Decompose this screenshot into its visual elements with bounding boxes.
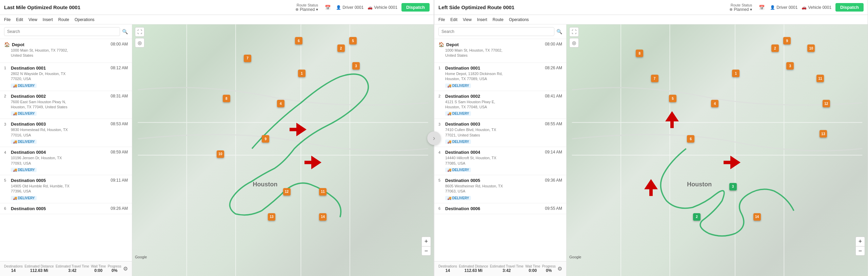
right-gear-btn[interactable]: ⚙ bbox=[557, 265, 562, 272]
left-stat-dist-label: Estimated Distance bbox=[24, 264, 54, 268]
left-vehicle-btn[interactable]: 🚗 Vehicle 0001 bbox=[368, 5, 397, 10]
left-stop-2[interactable]: 2 Destination 0002 08:31 AM 7600 East Sa… bbox=[0, 91, 132, 119]
right-driver-btn[interactable]: 👤 Driver 0001 bbox=[770, 5, 797, 10]
right-menu-file[interactable]: File bbox=[438, 17, 445, 22]
left-driver-btn[interactable]: 👤 Driver 0001 bbox=[336, 5, 363, 10]
right-marker-1[interactable]: 1 bbox=[732, 70, 739, 77]
left-fullscreen-btn[interactable]: ⛶ bbox=[135, 27, 144, 37]
left-marker-12[interactable]: 12 bbox=[283, 188, 291, 196]
right-marker-13[interactable]: 13 bbox=[820, 130, 827, 137]
right-search-input[interactable] bbox=[438, 27, 554, 36]
right-marker-2[interactable]: 2 bbox=[771, 44, 779, 52]
left-stop-3[interactable]: 3 Destination 0003 08:53 AM 9830 Homeste… bbox=[0, 119, 132, 147]
left-marker-5[interactable]: 5 bbox=[349, 37, 357, 44]
right-search-btn[interactable]: 🔍 bbox=[556, 29, 562, 34]
left-dispatch-btn[interactable]: Dispatch bbox=[401, 3, 430, 12]
right-menu-insert[interactable]: Insert bbox=[477, 17, 487, 22]
right-marker-8[interactable]: 8 bbox=[636, 50, 643, 57]
right-marker-4[interactable]: 4 bbox=[711, 100, 718, 107]
left-marker-9[interactable]: 9 bbox=[262, 135, 269, 143]
left-marker-8[interactable]: 8 bbox=[223, 95, 230, 102]
left-route-status-value[interactable]: Planned ▾ bbox=[296, 7, 318, 12]
left-menu-insert[interactable]: Insert bbox=[43, 17, 53, 22]
right-menu-edit[interactable]: Edit bbox=[450, 17, 457, 22]
right-fullscreen-btn[interactable]: ⛶ bbox=[569, 27, 579, 37]
right-stop-1[interactable]: 1 Destination 0001 08:26 AM Home Depot, … bbox=[434, 63, 566, 91]
right-zoom-in[interactable]: + bbox=[855, 237, 865, 246]
left-zoom-out[interactable]: − bbox=[421, 246, 431, 256]
right-marker-14[interactable]: 14 bbox=[753, 213, 761, 221]
right-stop-6[interactable]: 6 Destination 0006 09:55 AM bbox=[434, 203, 566, 214]
left-stop-4[interactable]: 4 Destination 0004 08:59 AM 10196 Jensen… bbox=[0, 147, 132, 175]
right-stat-distance: Estimated Distance 112.63 Mi bbox=[459, 264, 488, 273]
right-location-btn[interactable]: ◎ bbox=[569, 38, 579, 48]
right-stop-4[interactable]: 4 Destination 0004 09:14 AM 14440 Hillcr… bbox=[434, 147, 566, 175]
left-stop-5[interactable]: 5 Destination 0005 09:11 AM 14905 Old Hu… bbox=[0, 175, 132, 203]
left-marker-11[interactable]: 11 bbox=[319, 188, 327, 196]
left-depot-time: 08:00 AM bbox=[111, 42, 128, 47]
right-menu-view[interactable]: View bbox=[463, 17, 472, 22]
right-menu-operations[interactable]: Operations bbox=[509, 17, 529, 22]
left-stop-2-address: 7600 East Sam Houston Pkwy N,Houston, TX… bbox=[11, 99, 128, 110]
left-menu-route[interactable]: Route bbox=[58, 17, 69, 22]
left-marker-14[interactable]: 14 bbox=[319, 213, 327, 221]
right-marker-12[interactable]: 12 bbox=[823, 100, 830, 107]
left-search-input[interactable] bbox=[4, 27, 120, 36]
right-marker-9[interactable]: 9 bbox=[783, 37, 791, 44]
left-stat-travel-label: Estimated Travel Time bbox=[56, 264, 89, 268]
right-marker-11[interactable]: 11 bbox=[816, 75, 824, 82]
left-menu-edit[interactable]: Edit bbox=[16, 17, 23, 22]
left-route-status-section: Route Status Planned ▾ bbox=[296, 3, 318, 12]
left-calendar-btn[interactable]: 📅 bbox=[323, 4, 332, 11]
right-zoom-out[interactable]: − bbox=[855, 246, 865, 256]
left-search-btn[interactable]: 🔍 bbox=[122, 29, 128, 34]
right-marker-6[interactable]: 6 bbox=[687, 135, 694, 143]
right-menu-route[interactable]: Route bbox=[493, 17, 504, 22]
left-status-dot bbox=[296, 8, 298, 11]
left-stop-2-time: 08:31 AM bbox=[111, 94, 128, 98]
left-gear-btn[interactable]: ⚙ bbox=[123, 265, 128, 272]
left-stop-6[interactable]: 6 Destination 0005 09:26 AM bbox=[0, 203, 132, 214]
right-driver-icon: 👤 bbox=[770, 5, 775, 10]
right-stop-2-badge: 🚚 DELIVERY bbox=[445, 111, 471, 116]
right-stat-travel-value: 3:42 bbox=[490, 268, 524, 273]
right-stop-6-time: 09:55 AM bbox=[545, 206, 562, 211]
left-stat-travel-value: 3:42 bbox=[56, 268, 89, 273]
right-vehicle-btn[interactable]: 🚗 Vehicle 0001 bbox=[802, 5, 831, 10]
left-marker-3[interactable]: 3 bbox=[352, 62, 360, 70]
right-marker-green-2[interactable]: 2 bbox=[693, 213, 701, 221]
right-stop-3-badge: 🚚 DELIVERY bbox=[445, 140, 471, 144]
left-stop-1[interactable]: 1 Destination 0001 08:12 AM 2802 N Waysi… bbox=[0, 63, 132, 91]
left-stop-5-num: 5 bbox=[4, 178, 9, 182]
left-marker-13[interactable]: 13 bbox=[268, 213, 275, 221]
right-stop-3[interactable]: 3 Destination 0003 08:55 AM 7410 Cullen … bbox=[434, 119, 566, 147]
left-zoom-in[interactable]: + bbox=[421, 237, 431, 246]
left-marker-2[interactable]: 2 bbox=[337, 44, 345, 52]
left-stop-list: 🏠 Depot 08:00 AM 1000 Main St, Houston, … bbox=[0, 39, 132, 261]
left-location-btn[interactable]: ◎ bbox=[135, 38, 144, 48]
right-marker-green-3[interactable]: 3 bbox=[729, 183, 737, 190]
right-marker-7[interactable]: 7 bbox=[651, 75, 658, 82]
right-stop-2[interactable]: 2 Destination 0002 08:41 AM 4121 S Sam H… bbox=[434, 91, 566, 119]
right-marker-3[interactable]: 3 bbox=[786, 62, 794, 70]
right-calendar-btn[interactable]: 📅 bbox=[757, 4, 766, 11]
left-marker-10[interactable]: 10 bbox=[217, 150, 224, 158]
left-marker-1[interactable]: 1 bbox=[298, 70, 305, 77]
left-marker-6[interactable]: 6 bbox=[295, 37, 302, 44]
left-menu-bar: File Edit View Insert Route Operations bbox=[0, 15, 434, 24]
left-menu-file[interactable]: File bbox=[4, 17, 11, 22]
left-marker-4[interactable]: 4 bbox=[277, 100, 284, 107]
right-marker-10[interactable]: 10 bbox=[807, 44, 815, 52]
right-marker-5[interactable]: 5 bbox=[669, 95, 676, 102]
right-stop-5[interactable]: 5 Destination 0005 09:36 AM 8605 Westhei… bbox=[434, 175, 566, 203]
left-stop-2-header: 2 Destination 0002 08:31 AM bbox=[4, 94, 128, 99]
right-dispatch-btn[interactable]: Dispatch bbox=[835, 3, 864, 12]
left-stop-2-num: 2 bbox=[4, 94, 9, 98]
svg-marker-7 bbox=[304, 155, 321, 169]
right-stop-depot[interactable]: 🏠 Depot 08:00 AM 1000 Main St, Houston, … bbox=[434, 39, 566, 63]
left-stop-depot[interactable]: 🏠 Depot 08:00 AM 1000 Main St, Houston, … bbox=[0, 39, 132, 63]
left-menu-operations[interactable]: Operations bbox=[75, 17, 95, 22]
left-menu-view[interactable]: View bbox=[28, 17, 37, 22]
left-marker-7[interactable]: 7 bbox=[244, 55, 251, 62]
right-route-status-value[interactable]: Planned ▾ bbox=[730, 7, 752, 12]
